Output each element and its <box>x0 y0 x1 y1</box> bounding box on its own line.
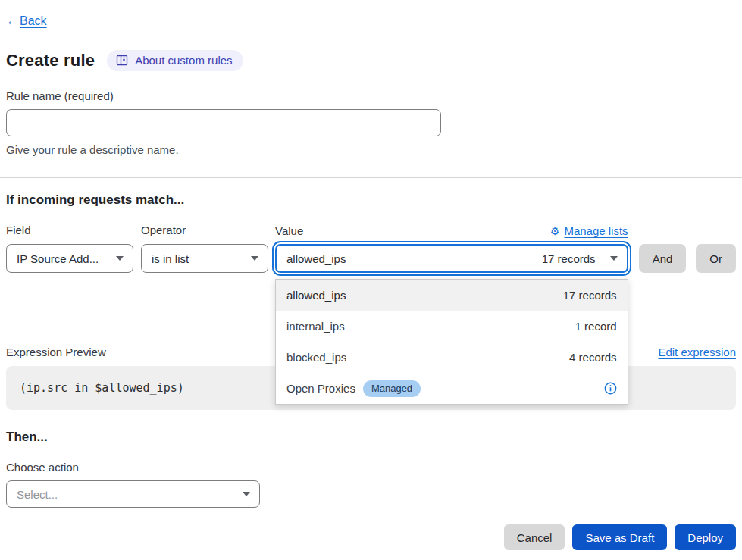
chevron-down-icon <box>116 256 124 261</box>
value-select-record-count: 17 records <box>542 252 596 265</box>
manage-lists-label: Manage lists <box>564 224 628 237</box>
operator-label: Operator <box>141 224 268 236</box>
section-divider <box>0 177 742 178</box>
edit-expression-link[interactable]: Edit expression <box>658 346 736 358</box>
rule-name-label: Rule name (required) <box>6 89 736 102</box>
arrow-left-icon: ← <box>6 14 19 29</box>
field-select[interactable]: IP Source Add... <box>6 244 133 273</box>
about-custom-rules-label: About custom rules <box>135 54 232 67</box>
expression-code: (ip.src in $allowed_ips) <box>20 381 184 395</box>
value-select-value: allowed_ips <box>286 252 346 265</box>
list-item-blocked-ips[interactable]: blocked_ips 4 records <box>276 342 628 373</box>
value-label: Value <box>275 224 303 237</box>
action-select-placeholder: Select... <box>17 488 58 501</box>
rule-name-input[interactable] <box>6 109 441 136</box>
create-rule-page: ←Back Create rule About custom rules Rul… <box>0 0 742 560</box>
info-icon[interactable] <box>604 382 617 395</box>
field-label: Field <box>6 224 133 236</box>
list-item-name: internal_ips <box>286 320 345 333</box>
operator-select-value: is in list <box>152 252 189 265</box>
value-dropdown-panel: allowed_ips 17 records internal_ips 1 re… <box>275 279 628 405</box>
back-link[interactable]: ←Back <box>6 14 47 29</box>
about-custom-rules-link[interactable]: About custom rules <box>107 50 243 71</box>
chevron-down-icon <box>251 256 258 261</box>
list-item-count: 4 records <box>569 351 617 364</box>
cancel-button[interactable]: Cancel <box>504 524 565 550</box>
rule-name-helper: Give your rule a descriptive name. <box>6 143 736 156</box>
list-item-count: 17 records <box>563 289 617 302</box>
field-select-value: IP Source Add... <box>17 252 99 265</box>
match-section-heading: If incoming requests match... <box>6 192 736 208</box>
then-section-heading: Then... <box>6 430 736 445</box>
list-item-name: blocked_ips <box>286 351 346 364</box>
list-item-open-proxies[interactable]: Open Proxies Managed <box>276 373 628 404</box>
list-item-name: allowed_ips <box>286 289 346 302</box>
value-select[interactable]: allowed_ips 17 records <box>275 244 628 273</box>
book-icon <box>116 55 128 66</box>
gear-icon: ⚙ <box>550 226 560 236</box>
list-item-count: 1 record <box>575 320 617 333</box>
operator-select[interactable]: is in list <box>141 244 268 273</box>
list-item-allowed-ips[interactable]: allowed_ips 17 records <box>276 280 628 311</box>
and-button[interactable]: And <box>639 244 687 273</box>
manage-lists-link[interactable]: ⚙ Manage lists <box>550 224 628 237</box>
list-item-internal-ips[interactable]: internal_ips 1 record <box>276 311 628 342</box>
choose-action-label: Choose action <box>6 461 736 474</box>
expression-preview-label: Expression Preview <box>6 346 106 358</box>
action-select[interactable]: Select... <box>6 480 260 508</box>
page-title: Create rule <box>6 51 95 70</box>
or-button[interactable]: Or <box>696 244 736 273</box>
chevron-down-icon <box>610 256 618 261</box>
managed-badge: Managed <box>363 380 421 397</box>
chevron-down-icon <box>243 492 250 496</box>
deploy-button[interactable]: Deploy <box>675 524 736 550</box>
list-item-name: Open Proxies <box>286 382 355 395</box>
back-link-label: Back <box>20 14 47 28</box>
save-as-draft-button[interactable]: Save as Draft <box>572 524 667 550</box>
